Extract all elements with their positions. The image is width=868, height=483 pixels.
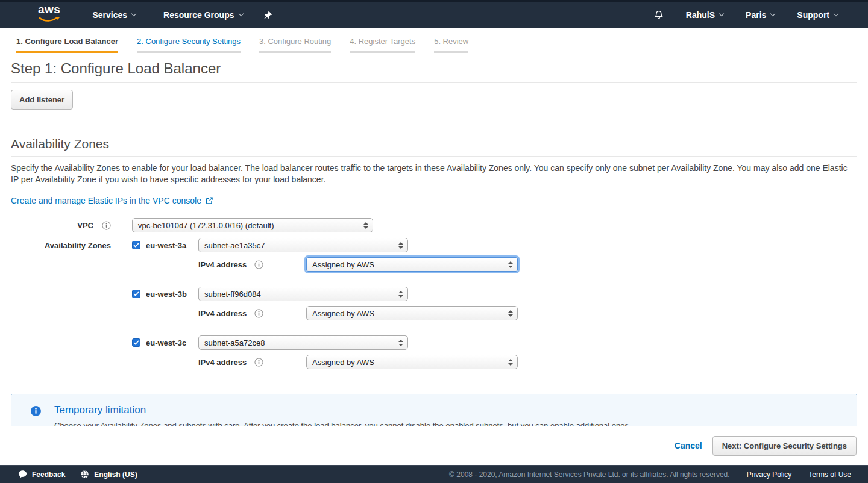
availability-zones-form: VPC vpc-be1010d7 (172.31.0.0/16) (defaul… — [0, 218, 868, 369]
nav-user-menu[interactable]: RahulS — [686, 10, 723, 20]
nav-resource-groups[interactable]: Resource Groups — [163, 10, 242, 20]
tab-underline — [259, 51, 331, 53]
top-nav: aws Services Resource Groups — [0, 0, 868, 28]
vpc-row: VPC vpc-be1010d7 (172.31.0.0/16) (defaul… — [0, 218, 868, 232]
select-stepper-icon — [398, 291, 403, 298]
divider — [11, 82, 857, 83]
info-icon[interactable] — [254, 260, 263, 269]
chevron-down-icon — [238, 11, 243, 16]
subnet-select-eu-west-3b[interactable]: subnet-ff96d084 — [198, 287, 408, 301]
aws-logo-text: aws — [38, 5, 60, 14]
vpc-select[interactable]: vpc-be1010d7 (172.31.0.0/16) (default) — [132, 218, 373, 232]
nav-support-menu[interactable]: Support — [797, 10, 838, 20]
wizard-steps: 1. Configure Load Balancer 2. Configure … — [0, 28, 868, 53]
aws-logo[interactable]: aws — [38, 5, 60, 25]
select-stepper-icon — [508, 310, 513, 317]
aws-smile-icon — [39, 14, 60, 25]
info-icon[interactable] — [254, 309, 263, 318]
info-icon[interactable] — [102, 221, 111, 230]
chevron-down-icon — [719, 11, 724, 16]
nav-region-menu[interactable]: Paris — [746, 10, 775, 20]
select-stepper-icon — [363, 222, 368, 229]
info-circle-icon — [31, 406, 41, 416]
speech-bubble-icon — [18, 470, 27, 479]
zone-name: eu-west-3a — [146, 241, 190, 250]
elastic-ip-link-row: Create and manage Elastic IPs in the VPC… — [11, 196, 857, 205]
subnet-select-eu-west-3c[interactable]: subnet-a5a72ce8 — [198, 335, 408, 350]
select-stepper-icon — [508, 261, 513, 268]
availability-zones-heading: Availability Zones — [11, 137, 857, 151]
zone-checkbox-eu-west-3a[interactable] — [132, 241, 140, 249]
vpc-label: VPC — [77, 221, 93, 230]
copyright-text: © 2008 - 2020, Amazon Internet Services … — [449, 470, 730, 479]
privacy-policy-link[interactable]: Privacy Policy — [747, 470, 792, 479]
console-footer: Feedback English (US) © 2008 - 2020, Ama… — [0, 465, 868, 483]
feedback-button[interactable]: Feedback — [18, 470, 65, 479]
ipv4-select-eu-west-3b[interactable]: Assigned by AWS — [306, 306, 518, 320]
availability-zones-description: Specify the Availability Zones to enable… — [11, 163, 857, 185]
next-configure-security-settings-button[interactable]: Next: Configure Security Settings — [712, 436, 857, 456]
tab-configure-routing[interactable]: 3. Configure Routing — [259, 37, 331, 53]
zone-checkbox-eu-west-3c[interactable] — [132, 338, 140, 347]
aws-console-page: aws Services Resource Groups — [0, 0, 868, 483]
tab-underline — [16, 51, 118, 53]
elastic-ip-link[interactable]: Create and manage Elastic IPs in the VPC… — [11, 196, 201, 205]
zone-row-eu-west-3b: eu-west-3b subnet-ff96d084 IPv4 address — [0, 287, 868, 320]
ipv4-select-eu-west-3c[interactable]: Assigned by AWS — [306, 355, 518, 369]
zone-name: eu-west-3c — [146, 338, 190, 347]
language-selector[interactable]: English (US) — [80, 470, 137, 479]
nav-services[interactable]: Services — [92, 10, 136, 20]
cancel-button[interactable]: Cancel — [675, 441, 702, 450]
subnet-select-eu-west-3a[interactable]: subnet-ae1a35c7 — [198, 238, 408, 252]
ipv4-address-label: IPv4 address — [198, 309, 247, 318]
tab-register-targets[interactable]: 4. Register Targets — [350, 37, 415, 53]
add-listener-button[interactable]: Add listener — [11, 90, 73, 110]
notifications-bell-icon[interactable] — [654, 10, 664, 20]
tab-underline — [434, 51, 468, 53]
check-icon — [133, 291, 139, 297]
tab-underline — [137, 51, 241, 53]
chevron-down-icon — [770, 11, 775, 16]
check-icon — [133, 242, 139, 248]
nav-right-group: RahulS Paris Support — [654, 10, 838, 20]
page-title: Step 1: Configure Load Balancer — [11, 60, 857, 77]
tab-underline — [350, 51, 415, 53]
availability-zones-label: Availability Zones — [45, 241, 111, 250]
pin-icon[interactable] — [263, 11, 272, 20]
zone-name: eu-west-3b — [146, 290, 190, 299]
wizard-action-bar: Cancel Next: Configure Security Settings — [0, 426, 868, 465]
chevron-down-icon — [131, 11, 136, 16]
info-icon[interactable] — [254, 358, 263, 367]
select-stepper-icon — [398, 340, 403, 346]
terms-of-use-link[interactable]: Terms of Use — [808, 470, 851, 479]
ipv4-address-label: IPv4 address — [198, 260, 247, 269]
ipv4-address-label: IPv4 address — [198, 358, 247, 367]
zone-row-eu-west-3c: eu-west-3c subnet-a5a72ce8 IPv4 address — [0, 335, 868, 369]
alert-title: Temporary limitation — [54, 404, 631, 416]
ipv4-select-eu-west-3a[interactable]: Assigned by AWS — [306, 257, 518, 272]
select-stepper-icon — [398, 242, 403, 249]
external-link-icon — [205, 196, 213, 205]
zone-row-eu-west-3a: Availability Zones eu-west-3a subnet-ae1… — [0, 238, 868, 272]
tab-review[interactable]: 5. Review — [434, 37, 468, 53]
chevron-down-icon — [834, 11, 838, 16]
select-stepper-icon — [508, 359, 513, 366]
globe-icon — [80, 470, 89, 479]
check-icon — [133, 340, 139, 346]
divider — [11, 156, 857, 157]
tab-configure-load-balancer[interactable]: 1. Configure Load Balancer — [16, 37, 118, 53]
zone-checkbox-eu-west-3b[interactable] — [132, 290, 140, 298]
tab-configure-security-settings[interactable]: 2. Configure Security Settings — [137, 37, 241, 53]
